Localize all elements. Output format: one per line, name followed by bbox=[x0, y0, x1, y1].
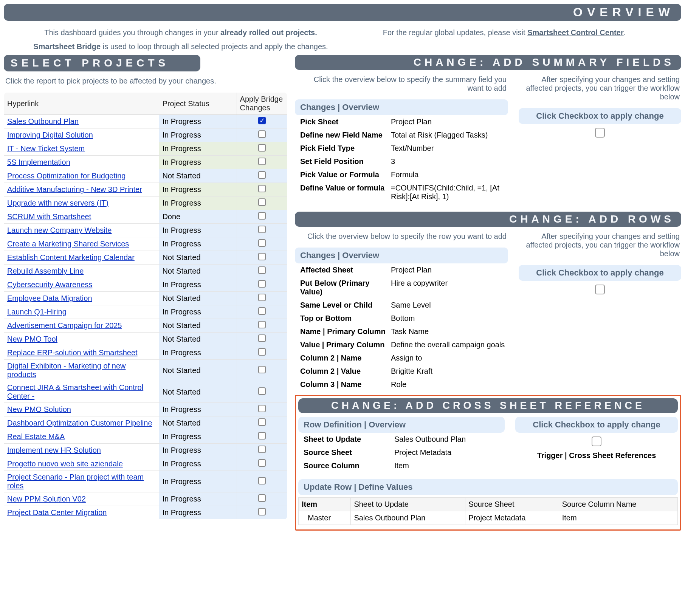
apply-bridge-checkbox[interactable] bbox=[258, 266, 266, 274]
projects-table[interactable]: Hyperlink Project Status Apply Bridge Ch… bbox=[4, 92, 287, 520]
control-center-link[interactable]: Smartsheet Control Center bbox=[527, 28, 624, 37]
kv-key: Source Sheet bbox=[304, 448, 394, 457]
apply-bridge-checkbox[interactable] bbox=[258, 212, 266, 220]
table-row[interactable]: Implement new HR SolutionIn Progress bbox=[4, 444, 287, 457]
project-link[interactable]: Establish Content Marketing Calendar bbox=[7, 253, 135, 262]
table-row[interactable]: Upgrade with new servers (IT)In Progress bbox=[4, 197, 287, 210]
kv-value: Assign to bbox=[391, 354, 508, 362]
table-row[interactable]: SCRUM with SmartsheetDone bbox=[4, 210, 287, 224]
project-link[interactable]: Create a Marketing Shared Services bbox=[7, 240, 129, 248]
apply-bridge-checkbox[interactable] bbox=[258, 348, 266, 356]
project-link[interactable]: Rebuild Assembly Line bbox=[7, 267, 84, 275]
table-row[interactable]: Rebuild Assembly LineNot Started bbox=[4, 265, 287, 278]
project-link[interactable]: Advertisement Campaign for 2025 bbox=[7, 321, 122, 330]
apply-bridge-checkbox[interactable] bbox=[258, 185, 266, 192]
apply-bridge-checkbox[interactable] bbox=[258, 432, 266, 440]
table-row[interactable]: Launch new Company WebsiteIn Progress bbox=[4, 224, 287, 237]
table-row[interactable]: Create a Marketing Shared ServicesIn Pro… bbox=[4, 237, 287, 251]
table-row[interactable]: Real Estate M&AIn Progress bbox=[4, 430, 287, 444]
apply-bridge-checkbox[interactable] bbox=[258, 253, 266, 260]
table-row[interactable]: Additive Manufacturing - New 3D PrinterI… bbox=[4, 183, 287, 197]
apply-bridge-checkbox[interactable] bbox=[258, 459, 266, 467]
project-link[interactable]: Launch new Company Website bbox=[7, 226, 112, 234]
project-link[interactable]: SCRUM with Smartsheet bbox=[7, 212, 91, 221]
project-link[interactable]: Upgrade with new servers (IT) bbox=[7, 199, 108, 207]
apply-bridge-checkbox[interactable] bbox=[258, 144, 266, 152]
table-row[interactable]: Process Optimization for BudgetingNot St… bbox=[4, 169, 287, 183]
table-row[interactable]: Connect JIRA & Smartsheet with Control C… bbox=[4, 381, 287, 403]
table-row[interactable]: Dashboard Optimization Customer Pipeline… bbox=[4, 416, 287, 430]
project-link[interactable]: Digital Exhibiton - Marketing of new pro… bbox=[7, 362, 126, 379]
project-link[interactable]: Project Scenario - Plan project with tea… bbox=[7, 473, 144, 490]
table-row[interactable]: Project Data Center MigrationIn Progress bbox=[4, 506, 287, 520]
project-link[interactable]: Replace ERP-solution with Smartsheet bbox=[7, 348, 138, 357]
apply-bridge-checkbox[interactable] bbox=[258, 321, 266, 328]
project-link[interactable]: 5S Implementation bbox=[7, 158, 70, 166]
project-link[interactable]: New PPM Solution V02 bbox=[7, 495, 86, 503]
apply-bridge-checkbox[interactable] bbox=[258, 226, 266, 233]
table-row[interactable]: Project Scenario - Plan project with tea… bbox=[4, 471, 287, 492]
table-row[interactable]: Digital Exhibiton - Marketing of new pro… bbox=[4, 360, 287, 381]
project-link[interactable]: Improving Digital Solution bbox=[7, 131, 93, 139]
table-row[interactable]: Improving Digital SolutionIn Progress bbox=[4, 128, 287, 142]
project-status-cell: In Progress bbox=[159, 506, 237, 520]
apply-bridge-checkbox[interactable] bbox=[258, 239, 266, 247]
change-summary-sub-left[interactable]: Changes | Overview bbox=[295, 99, 508, 115]
project-link[interactable]: Real Estate M&A bbox=[7, 432, 65, 441]
apply-bridge-checkbox[interactable] bbox=[258, 307, 266, 315]
project-link[interactable]: New PMO Tool bbox=[7, 335, 57, 343]
project-link[interactable]: Dashboard Optimization Customer Pipeline bbox=[7, 419, 152, 427]
table-row[interactable]: Replace ERP-solution with SmartsheetIn P… bbox=[4, 346, 287, 360]
table-row[interactable]: Launch Q1-HiringIn Progress bbox=[4, 305, 287, 319]
apply-summary-checkbox[interactable] bbox=[595, 128, 605, 138]
change-cross-sub-left[interactable]: Row Definition | Overview bbox=[298, 417, 505, 433]
cross-mini-row[interactable]: Master Sales Outbound Plan Project Metad… bbox=[299, 511, 678, 525]
table-row[interactable]: New PMO ToolNot Started bbox=[4, 333, 287, 346]
project-link[interactable]: Sales Outbound Plan bbox=[7, 117, 79, 125]
project-link[interactable]: Cybersecurity Awareness bbox=[7, 280, 92, 289]
table-row[interactable]: Cybersecurity AwarenessIn Progress bbox=[4, 278, 287, 292]
project-link[interactable]: Project Data Center Migration bbox=[7, 508, 107, 517]
project-status-cell: In Progress bbox=[159, 403, 237, 416]
cross-update-table[interactable]: Item Sheet to Update Source Sheet Source… bbox=[298, 497, 678, 525]
project-link[interactable]: Additive Manufacturing - New 3D Printer bbox=[7, 185, 142, 193]
table-row[interactable]: Employee Data MigrationNot Started bbox=[4, 292, 287, 305]
project-link[interactable]: Launch Q1-Hiring bbox=[7, 308, 67, 316]
project-link[interactable]: Employee Data Migration bbox=[7, 294, 92, 302]
apply-bridge-checkbox[interactable] bbox=[258, 405, 266, 412]
table-row[interactable]: Advertisement Campaign for 2025Not Start… bbox=[4, 319, 287, 333]
apply-bridge-checkbox[interactable] bbox=[258, 446, 266, 453]
table-row[interactable]: New PMO SolutionIn Progress bbox=[4, 403, 287, 416]
apply-bridge-checkbox[interactable] bbox=[258, 171, 266, 179]
project-link[interactable]: Connect JIRA & Smartsheet with Control C… bbox=[7, 383, 143, 400]
project-link[interactable]: Implement new HR Solution bbox=[7, 446, 101, 454]
change-rows-sub-left[interactable]: Changes | Overview bbox=[295, 248, 508, 263]
apply-bridge-checkbox[interactable] bbox=[258, 158, 266, 165]
project-link[interactable]: Progetto nuovo web site aziendale bbox=[7, 460, 123, 468]
table-row[interactable]: IT - New Ticket SystemIn Progress bbox=[4, 142, 287, 156]
apply-bridge-checkbox[interactable] bbox=[258, 117, 266, 124]
apply-rows-checkbox[interactable] bbox=[595, 285, 605, 294]
table-row[interactable]: New PPM Solution V02In Progress bbox=[4, 492, 287, 506]
table-row[interactable]: Establish Content Marketing CalendarNot … bbox=[4, 251, 287, 265]
apply-bridge-checkbox[interactable] bbox=[258, 508, 266, 515]
apply-bridge-checkbox[interactable] bbox=[258, 494, 266, 502]
table-row[interactable]: Progetto nuovo web site aziendaleIn Prog… bbox=[4, 457, 287, 471]
apply-bridge-checkbox[interactable] bbox=[258, 198, 266, 206]
apply-bridge-checkbox[interactable] bbox=[258, 366, 266, 373]
apply-bridge-checkbox[interactable] bbox=[258, 477, 266, 484]
project-link[interactable]: New PMO Solution bbox=[7, 405, 71, 413]
apply-bridge-checkbox[interactable] bbox=[258, 130, 266, 138]
apply-bridge-checkbox[interactable] bbox=[258, 294, 266, 301]
apply-cross-checkbox[interactable] bbox=[592, 436, 601, 446]
project-link[interactable]: IT - New Ticket System bbox=[7, 144, 85, 153]
apply-bridge-checkbox[interactable] bbox=[258, 334, 266, 342]
table-row[interactable]: 5S ImplementationIn Progress bbox=[4, 156, 287, 169]
apply-bridge-checkbox[interactable] bbox=[258, 280, 266, 288]
apply-bridge-checkbox[interactable] bbox=[258, 418, 266, 426]
project-link[interactable]: Process Optimization for Budgeting bbox=[7, 172, 126, 180]
apply-bridge-checkbox[interactable] bbox=[258, 387, 266, 395]
change-cross-sub2[interactable]: Update Row | Define Values bbox=[298, 479, 678, 495]
table-row[interactable]: Sales Outbound PlanIn Progress bbox=[4, 115, 287, 128]
project-status-cell: In Progress bbox=[159, 278, 237, 292]
